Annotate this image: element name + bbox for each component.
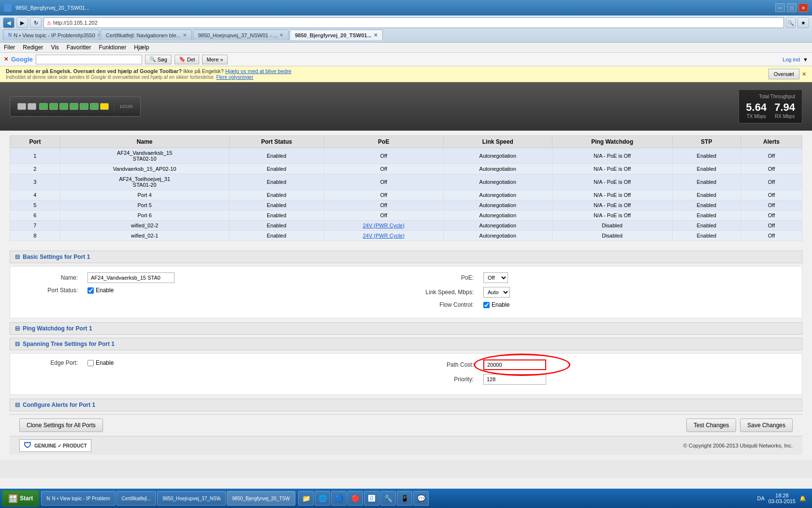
app-icon-1[interactable]: 🔧 [380,491,396,506]
address-bar[interactable]: ⚠ http://10.105.1.202 [44,17,784,28]
col-ping: Ping Watchdog [552,136,672,148]
port-9 [100,103,109,110]
forward-button[interactable]: ▶ [16,17,28,28]
chrome-icon[interactable]: 🔴 [348,491,363,506]
tab-0[interactable]: N N • View topic - IP Problem#p3550 ✕ [3,30,100,40]
table-area: Port Name Port Status PoE Link Speed Pin… [0,131,812,246]
main-content: 10/100 Total Throughput 5.64 TX Mbps 7.9… [0,82,812,478]
menu-rediger[interactable]: Rediger [23,44,43,51]
tab-close-3[interactable]: ✕ [374,32,377,38]
name-input[interactable] [87,272,174,283]
google-logo: Google [11,56,33,63]
port-status-checkbox[interactable] [87,287,94,294]
priority-input[interactable] [483,374,546,385]
google-share-button[interactable]: 🔖 Del [174,55,200,64]
copyright-text: © Copyright 2006-2013 Ubiquiti Networks,… [683,443,793,448]
path-cost-input[interactable] [483,359,546,370]
table-row[interactable]: 2 Vandvaerksb_15_AP02-10 Enabled Off Aut… [10,164,802,174]
quick-launch: 📁 🌐 🔵 🔴 🅾 🔧 📱 💬 [298,491,429,506]
app-icon-3[interactable]: 💬 [413,491,429,506]
link-speed-select[interactable]: Auto 10 100 1000 [483,287,510,298]
poe-link-7[interactable]: 24V (PWR Cycle) [363,233,405,239]
help-improve-link[interactable]: Hjælp os med at blive bedre [225,68,291,74]
ping-watchdog-label: Ping Watchdog for Port 1 [23,325,92,332]
tab-close-0[interactable]: ✕ [97,32,100,38]
close-button[interactable]: ✕ [798,3,808,12]
tab-close-1[interactable]: ✕ [183,32,187,38]
table-row[interactable]: 7 wified_02-2 Enabled 24V (PWR Cycle) Au… [10,221,802,231]
taskbar-item-1[interactable]: Certifikatfejl... [116,491,157,506]
left-buttons: Clone Settings for All Ports [19,418,103,432]
ping-watchdog-header[interactable]: ⊟ Ping Watchdog for Port 1 [10,322,802,335]
more-info-link[interactable]: Flere oplysninger [217,75,254,80]
table-row[interactable]: 3 AF24_Toelhoejvej_31 STA01-20 Enabled O… [10,174,802,190]
port-7 [80,103,88,110]
google-login-link[interactable]: Log ind [783,57,800,62]
google-search-button[interactable]: 🔍 Søg [145,55,172,64]
search-icon[interactable]: 🔍 [786,17,796,28]
edge-port-enable-label: Enable [96,359,114,366]
translate-bar-close[interactable]: × [802,70,806,78]
minimize-button[interactable]: ─ [775,3,785,12]
tab-1[interactable]: Certifikatfejl: Navigationen ble... ✕ [101,30,192,40]
opera-icon[interactable]: 🅾 [364,491,379,506]
menu-vis[interactable]: Vis [51,44,58,51]
cell-poe[interactable]: 24V (PWR Cycle) [324,231,443,241]
cell-name: Port 4 [60,190,229,200]
table-row[interactable]: 5 Port 5 Enabled Off Autonegotiation N/A… [10,200,802,210]
col-name: Name [60,136,229,148]
explorer-icon[interactable]: 📁 [298,491,314,506]
tab-2[interactable]: 9850_Hoejrupvej_37_NSW01 - ... ✕ [193,30,289,40]
cell-status: Enabled [229,174,324,190]
poe-row: PoE: Off 24V PoE [416,272,792,283]
enable-label: Enable [96,287,114,294]
google-search-input[interactable] [36,55,142,64]
configure-alerts-header[interactable]: ⊟ Configure Alerts for Port 1 [10,399,802,411]
taskbar-item-2[interactable]: 9850_Hoejrupvej_37_NSW01 [157,491,226,506]
cell-name: wified_02-1 [60,231,229,241]
basic-settings-header[interactable]: ⊟ Basic Settings for Port 1 [10,251,802,263]
edge-port-checkbox[interactable] [87,360,94,366]
favorites-button[interactable]: ★ [798,17,809,28]
cell-poe[interactable]: 24V (PWR Cycle) [324,221,443,231]
edge-port-row: Edge Port: Enable [20,359,396,366]
menu-funktioner[interactable]: Funktioner [99,44,127,51]
menu-filer[interactable]: Filer [4,44,15,51]
spanning-tree-collapse-icon: ⊟ [15,341,20,347]
maximize-button[interactable]: □ [787,3,797,12]
save-changes-button[interactable]: Save Changes [740,418,793,432]
taskbar-item-0[interactable]: N N • View topic - IP Problem#p3550 [41,491,115,506]
app-icon-2[interactable]: 📱 [397,491,412,506]
back-button[interactable]: ◀ [3,17,14,28]
priority-row: Priority: [416,374,792,385]
poe-link-6[interactable]: 24V (PWR Cycle) [363,223,405,228]
google-more-button[interactable]: Mere » [202,55,227,64]
flow-control-label: Flow Control: [416,301,474,308]
tab-close-2[interactable]: ✕ [279,32,283,38]
poe-label: PoE: [416,274,474,281]
menu-hjaelp[interactable]: Hjælp [134,44,149,51]
taskbar-item-3[interactable]: 9850_Bjergfyrvej_20_TSW01 [227,491,295,506]
spanning-tree-header[interactable]: ⊟ Spanning Tree Settings for Port 1 [10,338,802,350]
table-row[interactable]: 1 AF24_Vandvaerksb_15 STA02-10 Enabled O… [10,148,802,164]
table-row[interactable]: 6 Port 6 Enabled Off Autonegotiation N/A… [10,210,802,221]
clone-settings-button[interactable]: Clone Settings for All Ports [19,418,103,432]
basic-settings-collapse-icon: ⊟ [15,254,20,260]
translate-button[interactable]: Oversæt [768,69,799,79]
cell-ping: Disabled [552,231,672,241]
test-changes-button[interactable]: Test Changes [686,418,736,432]
flow-control-checkbox[interactable] [483,302,490,308]
table-row[interactable]: 8 wified_02-1 Enabled 24V (PWR Cycle) Au… [10,231,802,241]
tab-3[interactable]: 9850_Bjergfyrvej_20_TSW01... ✕ [290,30,382,40]
table-row[interactable]: 4 Port 4 Enabled Off Autonegotiation N/A… [10,190,802,200]
ping-watchdog-collapse-icon: ⊟ [15,325,20,332]
refresh-button[interactable]: ↻ [30,17,42,28]
poe-select[interactable]: Off 24V PoE [483,272,508,283]
ie-icon[interactable]: 🔵 [331,491,347,506]
cell-status: Enabled [229,231,324,241]
translate-message: Denne side er på Engelsk. Oversæt den ve… [6,68,291,80]
menu-favoritter[interactable]: Favoritter [67,44,91,51]
browser-icon[interactable]: 🌐 [315,491,330,506]
cell-link: Autonegotiation [443,210,552,221]
start-button[interactable]: 🪟 Start [2,490,39,507]
